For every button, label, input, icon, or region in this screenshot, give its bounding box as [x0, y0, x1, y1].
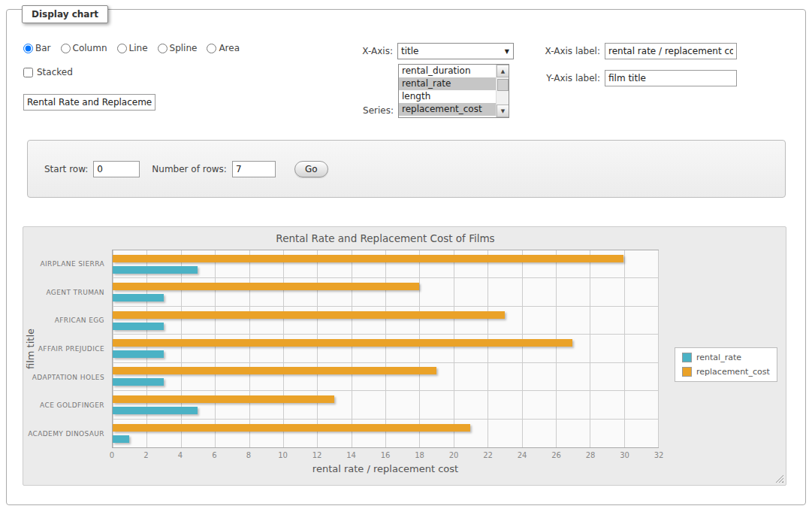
legend-swatch-rental_rate — [682, 353, 692, 362]
chart-area: Rental Rate and Replacement Cost of Film… — [23, 226, 786, 486]
stacked-checkbox[interactable] — [23, 68, 33, 77]
category-row — [113, 250, 658, 278]
y-category-label: ADAPTATION HOLES — [23, 363, 109, 392]
scroll-down-icon[interactable]: ▼ — [497, 105, 509, 117]
x-tick-label: 4 — [178, 451, 183, 459]
series-option-rental_rate[interactable]: rental_rate — [399, 77, 496, 90]
y-category-labels: AIRPLANE SIERRAAGENT TRUMANAFRICAN EGGAF… — [23, 250, 109, 448]
x-axis-label-input[interactable] — [605, 43, 737, 59]
y-axis-label-field-label: Y-Axis label: — [546, 73, 600, 83]
bar-rental_rate — [113, 266, 198, 274]
x-axis-select-label: X-Axis: — [362, 46, 393, 56]
x-axis-row: X-Axis: title ▼ — [322, 43, 514, 59]
chart-type-radio[interactable] — [23, 44, 33, 53]
series-option-rental_duration[interactable]: rental_duration — [399, 65, 496, 77]
chart-type-option-bar[interactable]: Bar — [23, 43, 51, 53]
resize-handle-icon[interactable] — [775, 474, 783, 483]
legend-item: replacement_cost — [682, 367, 770, 377]
x-tick-label: 18 — [415, 451, 424, 459]
legend-label: replacement_cost — [696, 367, 770, 377]
bar-replacement_cost — [113, 255, 623, 262]
chart-type-option-label: Spline — [170, 43, 198, 53]
x-axis-label-field-label: X-Axis label: — [545, 46, 600, 56]
x-tick-label: 32 — [654, 451, 664, 459]
bar-replacement_cost — [113, 283, 419, 290]
y-category-label: ACADEMY DINOSAUR — [23, 420, 109, 448]
start-row-label: Start row: — [44, 164, 88, 174]
chart-type-radio[interactable] — [158, 44, 168, 53]
chart-type-option-spline[interactable]: Spline — [158, 43, 198, 53]
bar-replacement_cost — [113, 311, 505, 319]
y-category-label: AFFAIR PREJUDICE — [23, 335, 109, 363]
chart-type-option-label: Line — [129, 43, 148, 53]
series-option-length[interactable]: length — [399, 90, 496, 103]
display-chart-panel: Display chart BarColumnLineSplineArea St… — [6, 9, 806, 505]
plot-area — [112, 250, 659, 448]
stacked-option[interactable]: Stacked — [23, 67, 73, 77]
y-axis-label-input[interactable] — [605, 70, 737, 86]
number-of-rows-input[interactable] — [232, 161, 276, 177]
x-tick-label: 6 — [212, 451, 216, 459]
bar-rental_rate — [113, 323, 164, 330]
chart-type-option-label: Area — [219, 43, 240, 53]
category-row — [113, 335, 658, 362]
bar-rental_rate — [113, 378, 164, 386]
chart-type-option-label: Column — [73, 43, 107, 53]
bar-replacement_cost — [113, 367, 436, 374]
y-category-label: ACE GOLDFINGER — [23, 392, 109, 420]
series-option-replacement_cost[interactable]: replacement_cost — [399, 103, 496, 116]
chart-type-radios: BarColumnLineSplineArea — [23, 43, 240, 53]
chart-type-option-label: Bar — [35, 43, 51, 53]
legend-label: rental_rate — [696, 353, 741, 362]
x-tick-label: 28 — [586, 451, 596, 459]
legend-swatch-replacement_cost — [682, 367, 692, 377]
x-tick-label: 8 — [246, 451, 251, 459]
bar-rental_rate — [113, 350, 164, 358]
category-row — [113, 307, 658, 335]
category-row — [113, 391, 658, 419]
category-row — [113, 420, 658, 447]
x-tick-label: 0 — [110, 451, 114, 459]
stacked-label: Stacked — [37, 67, 73, 77]
x-tick-label: 20 — [449, 451, 459, 459]
bar-rental_rate — [113, 435, 129, 443]
y-category-label: AIRPLANE SIERRA — [23, 250, 109, 278]
bar-replacement_cost — [113, 424, 470, 432]
x-tick-label: 10 — [278, 451, 288, 459]
bar-replacement_cost — [113, 339, 572, 347]
chart-type-radio[interactable] — [61, 44, 71, 53]
series-row: Series: rental_durationrental_ratelength… — [322, 64, 509, 118]
series-label: Series: — [363, 105, 394, 116]
y-category-label: AFRICAN EGG — [23, 306, 109, 335]
x-tick-label: 30 — [620, 451, 629, 459]
x-tick-label: 2 — [143, 451, 148, 459]
chart-title-input[interactable] — [23, 94, 155, 111]
y-axis-label-row: Y-Axis label: — [488, 70, 737, 86]
legend-item: rental_rate — [682, 353, 770, 362]
x-axis-title: rental rate / replacement cost — [112, 463, 659, 474]
go-button[interactable]: Go — [294, 161, 328, 177]
x-tick-label: 12 — [312, 451, 322, 459]
gridline — [658, 250, 659, 447]
series-options: rental_durationrental_ratelengthreplacem… — [399, 65, 496, 117]
rows-panel: Start row: Number of rows: Go — [27, 140, 786, 198]
x-axis-ticks: 02468101214161820222426283032 — [112, 451, 659, 462]
number-of-rows-label: Number of rows: — [152, 164, 227, 174]
chart-legend: rental_ratereplacement_cost — [675, 347, 777, 382]
bar-rental_rate — [113, 407, 198, 414]
category-row — [113, 278, 658, 306]
x-tick-label: 22 — [483, 451, 493, 459]
chart-type-option-line[interactable]: Line — [117, 43, 148, 53]
x-tick-label: 16 — [381, 451, 391, 459]
chart-type-option-column[interactable]: Column — [61, 43, 107, 53]
chart-type-option-area[interactable]: Area — [207, 43, 240, 53]
chart-type-radio[interactable] — [117, 44, 127, 53]
start-row-input[interactable] — [93, 161, 140, 177]
x-axis-label-row: X-Axis label: — [488, 43, 737, 59]
x-tick-label: 26 — [551, 451, 561, 459]
plot-rows — [113, 250, 658, 447]
panel-legend: Display chart — [22, 5, 108, 23]
x-tick-label: 14 — [346, 451, 356, 459]
chart-type-radio[interactable] — [207, 44, 216, 53]
bar-rental_rate — [113, 294, 164, 301]
